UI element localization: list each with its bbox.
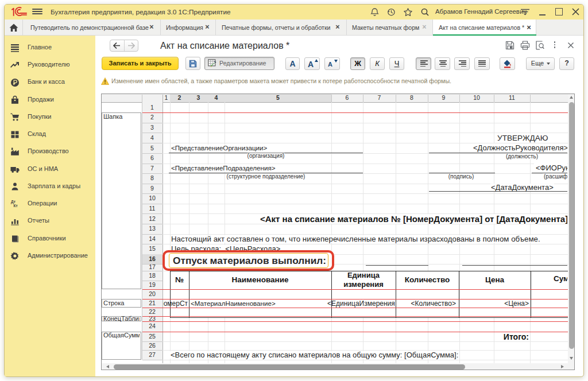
svg-text:Кт: Кт: [14, 204, 18, 208]
